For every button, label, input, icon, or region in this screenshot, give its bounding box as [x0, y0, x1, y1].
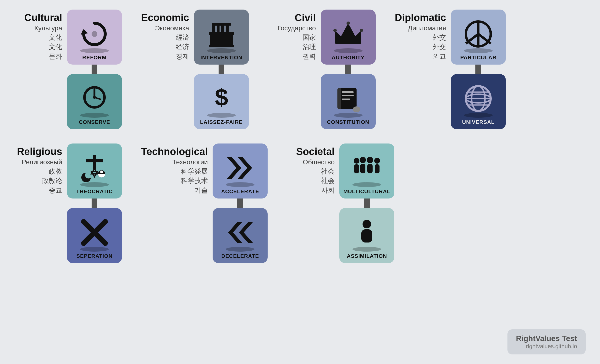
societal-cards: MULTICULTURAL ASSIMILATION	[339, 143, 394, 263]
authority-icon	[333, 19, 364, 49]
svg-rect-25	[338, 88, 341, 109]
assimilation-icon	[351, 217, 382, 248]
constitution-card[interactable]: CONSTITUTION	[321, 74, 376, 129]
branding-box: RightValues Test rightvalues.github.io	[507, 329, 586, 355]
universal-shadow	[464, 113, 493, 118]
civil-group: Civil Государство国家治理권력	[268, 9, 376, 129]
constitution-label: CONSTITUTION	[327, 119, 369, 125]
svg-point-21	[333, 29, 337, 32]
intervention-label: INTERVENTION	[200, 55, 242, 61]
assimilation-card[interactable]: ASSIMILATION	[339, 208, 394, 263]
intervention-shadow	[207, 48, 236, 53]
svg-point-53	[354, 158, 359, 164]
religious-subtitle: Религиозный政教政教论종교	[14, 157, 62, 195]
conserve-card[interactable]: CONSERVE	[67, 74, 122, 129]
technological-subtitle: Технологии科学発展科学技术기술	[141, 157, 208, 195]
diplomatic-connector	[475, 65, 481, 74]
civil-title: Civil	[268, 12, 316, 23]
seperation-card[interactable]: SEPERATION	[67, 208, 122, 263]
particular-shadow	[464, 48, 493, 53]
bottom-row: Religious Религиозный政教政教论종교	[14, 143, 586, 263]
accelerate-card[interactable]: ACCELERATE	[213, 143, 268, 198]
svg-point-59	[374, 158, 380, 164]
economic-label: Economic Экономика經済经济경제	[141, 9, 189, 61]
svg-point-22	[347, 21, 350, 25]
decelerate-icon	[225, 217, 256, 248]
svg-rect-17	[209, 45, 234, 47]
technological-group: Technological Технологии科学発展科学技术기술 ACCEL…	[141, 143, 268, 263]
particular-card[interactable]: PARTICULAR	[451, 9, 506, 65]
multicultural-label: MULTICULTURAL	[343, 188, 391, 195]
svg-point-57	[367, 157, 373, 163]
svg-rect-20	[335, 40, 361, 44]
diplomatic-label: Diplomatic Дипломатия外交外交외교	[395, 9, 446, 61]
svg-rect-15	[221, 26, 224, 34]
technological-cards: ACCELERATE DECELERATE	[213, 143, 268, 263]
societal-group: Societal Общество社会社会사회	[287, 143, 394, 263]
authority-card[interactable]: AUTHORITY	[321, 9, 376, 65]
theocratic-card[interactable]: THEOCRATIC	[67, 143, 122, 198]
religious-label: Religious Религиозный政教政教论종교	[14, 143, 62, 195]
economic-group: Economic Экономика經済经济경제	[141, 9, 249, 129]
civil-connector	[345, 65, 351, 74]
multicultural-card[interactable]: MULTICULTURAL	[339, 143, 394, 198]
accelerate-label: ACCELERATE	[221, 188, 259, 195]
svg-rect-58	[367, 164, 373, 173]
economic-cards: INTERVENTION $ LAISSEZ-FAIRE	[194, 9, 249, 129]
svg-marker-0	[81, 29, 88, 35]
intervention-card[interactable]: INTERVENTION	[194, 9, 249, 65]
svg-point-29	[353, 106, 360, 112]
svg-rect-28	[342, 99, 350, 100]
decelerate-card[interactable]: DECELERATE	[213, 208, 268, 263]
seperation-label: SEPERATION	[76, 253, 112, 259]
universal-card[interactable]: UNIVERSAL	[451, 74, 506, 129]
decelerate-shadow	[226, 247, 254, 252]
top-row: Cultural Культура文化文化문화 REFORM	[14, 9, 586, 129]
particular-icon	[463, 19, 494, 49]
theocratic-shadow	[80, 182, 109, 187]
societal-connector	[364, 198, 370, 208]
cultural-label: Cultural Культура文化文化문화	[14, 9, 62, 61]
assimilation-label: ASSIMILATION	[347, 253, 387, 259]
svg-rect-13	[212, 26, 215, 34]
svg-text:$: $	[215, 84, 228, 111]
svg-marker-51	[239, 222, 253, 243]
intervention-icon	[206, 19, 237, 49]
civil-subtitle: Государство国家治理권력	[268, 23, 316, 61]
diplomatic-cards: PARTICULAR	[451, 9, 506, 129]
svg-rect-56	[360, 164, 366, 173]
religious-title: Religious	[14, 146, 62, 157]
economic-subtitle: Экономика經済经济경제	[141, 23, 189, 61]
svg-point-1	[92, 31, 97, 37]
civil-label: Civil Государство国家治理권력	[268, 9, 316, 61]
svg-rect-27	[342, 95, 354, 96]
main-container: Cultural Культура文化文化문화 REFORM	[0, 0, 600, 364]
societal-subtitle: Общество社会社会사회	[287, 157, 335, 195]
reform-label: REFORM	[82, 55, 106, 61]
svg-rect-62	[361, 229, 372, 243]
accelerate-shadow	[226, 182, 254, 187]
religious-cards: THEOCRATIC SEPERATION	[67, 143, 122, 263]
svg-rect-16	[226, 26, 229, 34]
reform-icon	[79, 19, 110, 49]
diplomatic-title: Diplomatic	[395, 12, 446, 23]
svg-point-45	[100, 170, 103, 173]
economic-title: Economic	[141, 12, 189, 23]
cultural-cards: REFORM	[67, 9, 122, 129]
constitution-shadow	[334, 113, 363, 118]
multicultural-icon	[351, 152, 382, 183]
svg-marker-49	[227, 157, 241, 179]
svg-rect-60	[375, 164, 380, 173]
theocratic-icon	[79, 152, 110, 183]
religious-group: Religious Религиозный政教政教论종교	[14, 143, 122, 263]
svg-point-61	[363, 220, 371, 228]
svg-rect-14	[217, 26, 220, 34]
laissezfaire-card[interactable]: $ LAISSEZ-FAIRE	[194, 74, 249, 129]
reform-card[interactable]: REFORM	[67, 9, 122, 65]
brand-title: RightValues Test	[516, 334, 577, 343]
diplomatic-group: Diplomatic Дипломатия外交外交외교	[395, 9, 506, 129]
conserve-label: CONSERVE	[79, 119, 110, 125]
universal-icon	[463, 83, 494, 114]
reform-shadow	[80, 48, 109, 53]
svg-rect-12	[212, 23, 231, 26]
